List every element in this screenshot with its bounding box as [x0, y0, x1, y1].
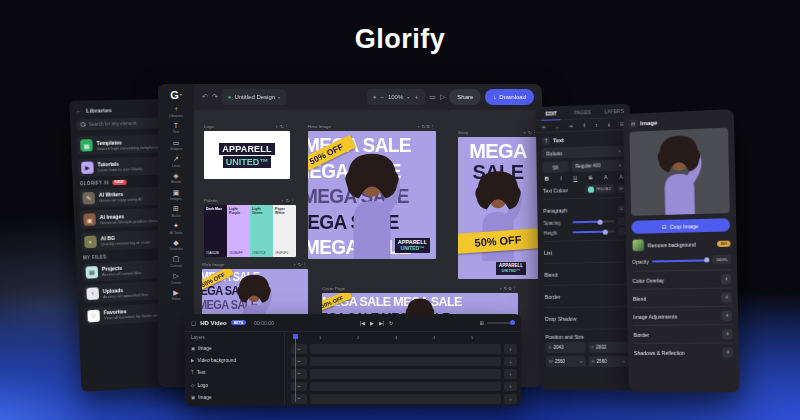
fit-screen-icon[interactable]: ⌖ [373, 94, 376, 101]
blend-section[interactable]: Blend [544, 267, 627, 281]
play-button[interactable]: ▶ [370, 320, 374, 326]
blend-section[interactable]: Blend ＋ [633, 288, 732, 306]
scissors-icon[interactable]: ✂ [291, 357, 307, 367]
italic-button[interactable]: I [560, 175, 562, 181]
download-button[interactable]: ↓ Download [485, 89, 534, 105]
artboard-actions[interactable]: ＋↻⋮ [275, 124, 290, 129]
add-clip-button[interactable]: ＋ [504, 382, 517, 392]
uppercase-button[interactable]: A [604, 174, 608, 180]
width-input[interactable]: W 2560 ∞ [546, 356, 586, 367]
rail-item-text[interactable]: T Text [173, 122, 179, 135]
align-top-icon[interactable]: ↟ [582, 122, 586, 128]
align-left-icon[interactable]: ↞ [542, 123, 546, 129]
track-row[interactable]: ✂ ＋ [291, 368, 517, 380]
height-input[interactable]: H 2560 ∞ [588, 356, 628, 367]
artboard-hero-image[interactable]: Hero Image ＋↻⧉⋮ MEGA SALE MEGA SALE MEGA… [308, 124, 436, 259]
font-size-input[interactable]: 58 [542, 161, 568, 173]
scissors-icon[interactable]: ✂ [291, 369, 307, 379]
rail-item-brand[interactable]: ◈ Brand [171, 172, 180, 185]
rail-item-libraries[interactable]: ＋ Libraries [169, 105, 182, 118]
glorify-menu-button[interactable]: G ▾ [170, 89, 182, 101]
rail-item-shapes[interactable]: ▭ Shapes [170, 139, 182, 152]
share-button[interactable]: Share [449, 89, 481, 105]
tab-edit[interactable]: EDIT [536, 106, 567, 120]
play-icon[interactable]: ▷ [440, 93, 445, 101]
layer-row-text[interactable]: T Text [191, 367, 278, 379]
rail-item-images[interactable]: ▣ Images [170, 189, 181, 202]
bold-button[interactable]: B [545, 176, 549, 182]
image-preview[interactable] [629, 128, 729, 216]
remove-background-row[interactable]: Remove background 100 [632, 237, 731, 252]
plus-icon[interactable]: ＋ [722, 347, 732, 357]
back-arrow-icon[interactable]: ← [76, 108, 82, 114]
scissors-icon[interactable]: ✂ [291, 382, 307, 392]
document-title-pill[interactable]: ● Untitled Design ▾ [222, 89, 286, 105]
height-slider[interactable]: Height [544, 227, 627, 237]
track-bar[interactable] [310, 369, 501, 379]
strikethrough-button[interactable]: S [589, 174, 593, 180]
scissors-icon[interactable]: ✂ [291, 344, 307, 354]
artboard-logo[interactable]: Logo ＋↻⋮ APPARELL UNITED™ [204, 124, 290, 179]
artboard-actions[interactable]: ＋↻⋮ [293, 262, 308, 267]
artboard-actions[interactable]: ＋↻⋮ [281, 198, 296, 203]
rail-item-canvas[interactable]: ▢ Canvas [170, 255, 182, 268]
rail-item-tutorials[interactable]: ◆ Tutorials [169, 239, 182, 252]
rail-item-video[interactable]: ▶ Video [172, 289, 181, 302]
track-row[interactable]: ✂ ＋ [291, 380, 517, 392]
comment-icon[interactable]: ▭ [429, 93, 436, 101]
track-bar[interactable] [310, 344, 501, 354]
text-colour-picker[interactable]: 7FD2B2 [584, 184, 614, 194]
settings-icon[interactable]: ⊞ [479, 320, 484, 326]
plus-icon[interactable]: ＋ [721, 292, 731, 302]
rail-item-ai-tools[interactable]: ✦ AI Tools [170, 222, 182, 235]
border-section[interactable]: Border ＋ [633, 325, 732, 343]
plus-icon[interactable]: ＋ [722, 329, 732, 339]
artboard-actions[interactable]: ＋↻⧉⋮ [416, 124, 436, 129]
track-row[interactable]: ✂ ＋ [291, 393, 517, 405]
paragraph-section[interactable]: Paragraph ≣ [543, 202, 626, 217]
align-center-h-icon[interactable]: ↔ [555, 123, 560, 129]
layer-row-image[interactable]: ▣ Image [191, 342, 278, 354]
timeline-zoom-slider[interactable]: ⊞ [479, 320, 515, 326]
next-frame-button[interactable]: ▶| [379, 320, 384, 326]
y-position-input[interactable]: Y 2002 [588, 342, 628, 353]
image-adjustments-section[interactable]: Image Adjustments ＋ [633, 307, 732, 325]
align-center-v-icon[interactable]: ↕ [595, 121, 598, 127]
rail-item-lines[interactable]: ↗ Lines [172, 155, 180, 168]
list-section[interactable]: List [544, 244, 627, 258]
align-bottom-icon[interactable]: ↡ [607, 121, 611, 127]
plus-icon[interactable]: ＋ [721, 274, 731, 284]
plus-icon[interactable]: ＋ [722, 310, 732, 320]
x-position-input[interactable]: X 2043 [546, 342, 586, 353]
rail-item-center[interactable]: ▷ Center [171, 272, 182, 285]
add-clip-button[interactable]: ＋ [504, 369, 517, 379]
track-bar[interactable] [310, 357, 501, 367]
crop-image-button[interactable]: ⊡ Crop Image [631, 218, 730, 234]
spacing-slider[interactable]: Spacing [543, 217, 626, 227]
artboard-actions[interactable]: ＋↻⧉⋮ [498, 286, 518, 291]
opacity-control[interactable]: Opacity 100% [632, 255, 731, 266]
add-clip-button[interactable]: ＋ [504, 344, 517, 354]
layer-row-logo[interactable]: ◇ Logo [191, 379, 278, 391]
track-bar[interactable] [310, 382, 501, 392]
zoom-in-button[interactable]: ＋ [413, 93, 419, 102]
color-overlay-section[interactable]: Color Overlay ＋ [632, 270, 731, 289]
add-clip-button[interactable]: ＋ [504, 394, 517, 404]
track-row[interactable]: ✂ ＋ [291, 355, 517, 367]
redo-icon[interactable]: ↷ [212, 93, 218, 101]
track-bar[interactable] [310, 394, 501, 404]
shadows-reflection-section[interactable]: Shadows & Reflection ＋ [634, 343, 733, 361]
drop-shadow-section[interactable]: Drop Shadow [545, 311, 628, 325]
artboard-story[interactable]: Story ＋↻⋮ MEGA SALE 50% OFF [458, 130, 538, 279]
layer-row-video-background[interactable]: ▶ Video background [191, 354, 278, 366]
rail-item-batch[interactable]: ⊞ Batch [172, 205, 181, 218]
underline-button[interactable]: U [573, 175, 577, 181]
font-family-select[interactable]: Roboto ▾ [542, 145, 625, 159]
layer-row-image-2[interactable]: ▣ Image [191, 392, 278, 404]
align-right-icon[interactable]: ↠ [569, 122, 573, 128]
undo-icon[interactable]: ↶ [202, 93, 208, 101]
zoom-out-button[interactable]: − [380, 94, 384, 100]
scissors-icon[interactable]: ✂ [291, 394, 307, 404]
border-section[interactable]: Border [545, 289, 628, 303]
tab-pages[interactable]: PAGES [567, 105, 599, 119]
